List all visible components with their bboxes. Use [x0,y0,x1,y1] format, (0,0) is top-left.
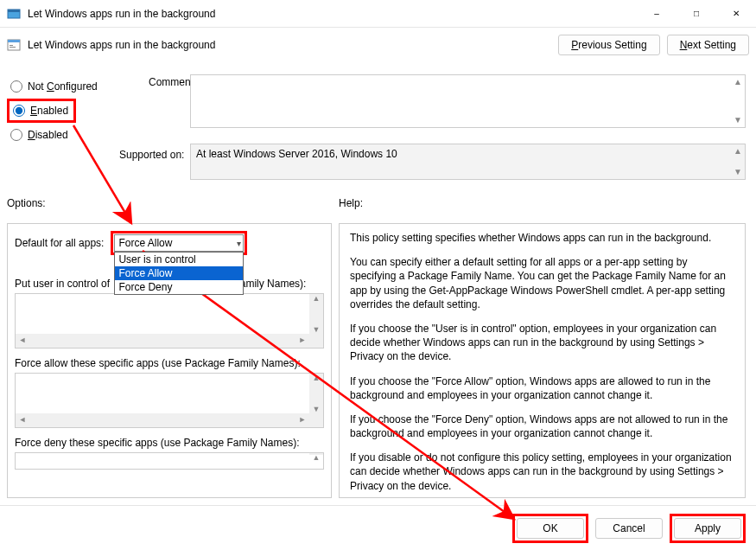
radio-disabled-input[interactable] [10,129,22,141]
window-icon [7,7,21,21]
combo-item-force-deny[interactable]: Force Deny [115,280,243,294]
header-row: Let Windows apps run in the background P… [0,28,756,59]
default-for-all-apps-combo[interactable]: Force Allow ▾ User is in control Force A… [114,234,244,252]
scroll-down-icon: ▼ [733,115,743,125]
svg-rect-1 [8,10,20,12]
chevron-down-icon: ▾ [237,239,241,248]
bottom-bar: OK Cancel Apply [0,505,756,550]
maximize-button[interactable]: □ [677,0,716,28]
list2[interactable]: ▲▼ ◄► [15,373,324,428]
help-p3: If you choose the "User is in control" o… [350,322,734,364]
titlebar: Let Windows apps run in the background –… [0,0,756,28]
options-panel: Default for all apps: Force Allow ▾ User… [7,223,332,498]
svg-rect-5 [10,47,16,48]
help-p2: You can specify either a default setting… [350,255,734,311]
list1[interactable]: ▲▼ ◄► [15,293,324,349]
state-radio-group: Not Configured Enabled Disabled [7,74,145,147]
supported-on-box: At least Windows Server 2016, Windows 10… [190,144,746,180]
help-p1: This policy setting specifies whether Wi… [350,231,734,245]
cancel-button[interactable]: Cancel [595,518,663,539]
radio-not-configured-input[interactable] [10,80,22,93]
list3[interactable]: ▲ [15,452,324,470]
combo-item-user-in-control[interactable]: User is in control [115,253,243,266]
next-setting-button[interactable]: Next Setting [667,35,749,55]
scroll-up-icon: ▲ [733,77,743,87]
supported-on-label: Supported on: [119,149,184,161]
radio-enabled-input[interactable] [13,105,25,117]
radio-not-configured[interactable]: Not Configured [7,74,145,99]
options-label: Options: [7,197,46,209]
help-label: Help: [339,197,363,209]
combo-dropdown[interactable]: User is in control Force Allow Force Den… [114,252,244,295]
policy-title: Let Windows apps run in the background [28,39,551,51]
list2-label: Force allow these specific apps (use Pac… [15,357,324,369]
close-button[interactable]: ✕ [716,0,756,28]
policy-icon [7,38,21,52]
previous-setting-button[interactable]: Previous Setting [558,35,659,55]
help-p4: If you choose the "Force Allow" option, … [350,374,734,402]
help-p6: If you disable or do not configure this … [350,451,734,493]
window-title: Let Windows apps run in the background [28,8,637,20]
supported-on-text: At least Windows Server 2016, Windows 10 [196,148,397,160]
apply-button[interactable]: Apply [674,518,741,539]
comment-textarea[interactable]: ▲ ▼ [190,74,746,128]
help-p5: If you choose the "Force Deny" option, W… [350,412,734,440]
scroll-up-icon: ▲ [733,146,743,157]
default-for-all-apps-label: Default for all apps: [15,237,104,249]
scroll-down-icon: ▼ [733,167,743,177]
minimize-button[interactable]: – [637,0,677,28]
combo-item-force-allow[interactable]: Force Allow [115,266,243,280]
svg-rect-3 [8,40,20,42]
combo-selected-text: Force Allow [118,237,172,249]
radio-disabled[interactable]: Disabled [7,123,145,147]
list3-label: Force deny these specific apps (use Pack… [15,437,324,449]
ok-button[interactable]: OK [517,518,584,539]
radio-enabled[interactable]: Enabled [7,99,76,123]
help-panel: This policy setting specifies whether Wi… [339,223,746,498]
svg-rect-4 [10,45,13,46]
